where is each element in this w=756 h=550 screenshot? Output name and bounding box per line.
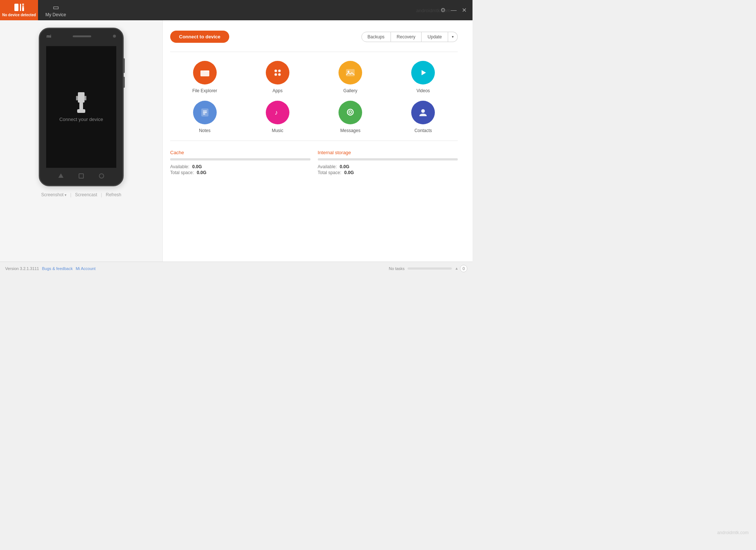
internal-available-val: 0.0G <box>340 164 349 169</box>
internal-available-row: Available: 0.0G <box>318 164 458 169</box>
phone-frame: mi Connect your device <box>39 28 124 186</box>
recovery-button[interactable]: Recovery <box>391 32 422 42</box>
utility-buttons: Backups Recovery Update ▾ <box>361 32 458 42</box>
up-arrow-icon: ▲ <box>455 266 458 270</box>
task-count-value: 0 <box>463 266 465 271</box>
videos-label: Videos <box>416 88 430 93</box>
cache-total-row: Total space: 0.0G <box>170 170 310 175</box>
task-count-area: ▲ 0 <box>455 265 467 272</box>
right-panel: Connect to device Backups Recovery Updat… <box>162 20 472 262</box>
task-progress-bar <box>408 267 452 270</box>
phone-mi-text: mi <box>47 34 51 38</box>
left-panel: mi Connect your device <box>0 20 162 262</box>
cache-bar-fill <box>170 158 310 160</box>
refresh-label: Refresh <box>106 192 121 197</box>
cache-total-val: 0.0G <box>197 170 206 175</box>
update-button[interactable]: Update <box>422 32 448 42</box>
divider1: | <box>70 192 71 197</box>
contacts-item[interactable]: Contacts <box>389 101 458 133</box>
brand-section: No device detected <box>0 0 38 20</box>
main-content: mi Connect your device <box>0 20 472 262</box>
apps-icon <box>266 61 289 84</box>
phone-screen: Connect your device <box>46 46 116 168</box>
backups-button[interactable]: Backups <box>361 32 391 42</box>
notes-icon <box>193 101 217 124</box>
cache-available-val: 0.0G <box>192 164 202 169</box>
apps-item[interactable]: Apps <box>243 61 312 93</box>
gallery-icon <box>339 61 362 84</box>
cache-available-row: Available: 0.0G <box>170 164 310 169</box>
phone-side-button <box>123 58 125 73</box>
phone-camera <box>113 35 116 38</box>
svg-rect-0 <box>14 4 18 11</box>
cache-available-label: Available: <box>170 164 189 169</box>
separator2 <box>170 141 458 141</box>
svg-rect-5 <box>78 92 85 103</box>
top-action-bar: Connect to device Backups Recovery Updat… <box>170 31 458 43</box>
file-explorer-icon <box>193 61 217 84</box>
videos-item[interactable]: Videos <box>389 61 458 93</box>
brand-label: No device detected <box>2 13 36 17</box>
my-device-tab[interactable]: ▭ My Device <box>38 0 73 20</box>
music-item[interactable]: ♪ Music <box>243 101 312 133</box>
recents-btn-icon <box>99 173 104 179</box>
task-count-badge: 0 <box>460 265 467 272</box>
close-icon[interactable]: ✕ <box>462 7 467 14</box>
bottom-actions: Screenshot ▾ | Screencast | Refresh <box>41 192 121 197</box>
feature-icon-grid: File Explorer Apps Gallery <box>170 61 458 133</box>
screenshot-label: Screenshot <box>41 192 63 197</box>
internal-available-label: Available: <box>318 164 337 169</box>
internal-label: Internal storage <box>318 150 458 155</box>
messages-item[interactable]: Messages <box>316 101 385 133</box>
cache-label: Cache <box>170 150 310 155</box>
phone-bottom-bar <box>40 173 123 179</box>
internal-bar <box>318 158 458 160</box>
watermark-top: androidmtk.com <box>416 7 450 13</box>
svg-point-14 <box>278 73 281 76</box>
internal-total-val: 0.0G <box>344 170 354 175</box>
svg-rect-7 <box>77 109 85 113</box>
cache-bar <box>170 158 310 160</box>
separator1 <box>170 52 458 52</box>
minimize-icon[interactable]: — <box>451 7 457 14</box>
refresh-button[interactable]: Refresh <box>106 192 121 197</box>
notes-item[interactable]: Notes <box>170 101 239 133</box>
svg-point-25 <box>421 109 425 113</box>
file-explorer-label: File Explorer <box>192 88 217 93</box>
update-dropdown-button[interactable]: ▾ <box>448 32 458 42</box>
file-explorer-item[interactable]: File Explorer <box>170 61 239 93</box>
screencast-label: Screencast <box>75 192 97 197</box>
statusbar: Version 3.2.1.3111 Bugs & feedback Mi Ac… <box>0 262 472 275</box>
connect-to-device-button[interactable]: Connect to device <box>170 31 229 43</box>
screenshot-dropdown-icon[interactable]: ▾ <box>65 193 66 197</box>
phone-speaker <box>73 35 91 37</box>
notes-label: Notes <box>199 128 210 133</box>
videos-icon <box>411 61 435 84</box>
bugs-feedback-link[interactable]: Bugs & feedback <box>42 266 73 271</box>
phone-side-button2 <box>123 77 125 88</box>
svg-point-23 <box>347 109 353 115</box>
screencast-button[interactable]: Screencast <box>75 192 97 197</box>
back-btn-icon <box>58 173 63 178</box>
screenshot-button[interactable]: Screenshot ▾ <box>41 192 66 197</box>
titlebar: No device detected ▭ My Device androidmt… <box>0 0 472 20</box>
svg-rect-8 <box>76 96 78 100</box>
internal-total-row: Total space: 0.0G <box>318 170 458 175</box>
version-text: Version 3.2.1.3111 <box>5 266 39 271</box>
svg-point-12 <box>278 70 281 72</box>
svg-point-11 <box>274 70 277 72</box>
divider2: | <box>101 192 102 197</box>
mi-account-link[interactable]: Mi Account <box>76 266 96 271</box>
svg-rect-2 <box>22 4 24 5</box>
mi-logo-icon <box>14 3 24 11</box>
home-btn-icon <box>79 173 84 179</box>
phone-top-bar: mi <box>40 34 123 38</box>
svg-rect-1 <box>20 4 21 11</box>
svg-marker-17 <box>422 70 426 75</box>
music-label: Music <box>272 128 283 133</box>
svg-text:♪: ♪ <box>275 109 278 116</box>
svg-rect-15 <box>346 69 354 76</box>
messages-icon <box>339 101 362 124</box>
statusbar-right: No tasks ▲ 0 <box>389 265 467 272</box>
gallery-item[interactable]: Gallery <box>316 61 385 93</box>
